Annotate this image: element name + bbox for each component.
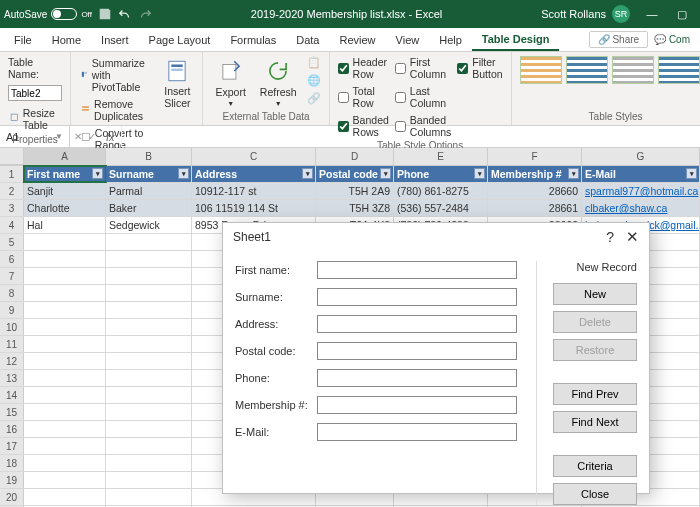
col-header[interactable]: F bbox=[488, 148, 582, 165]
row-header[interactable]: 18 bbox=[0, 455, 24, 471]
tablename-field[interactable] bbox=[8, 85, 62, 101]
tab-table-design[interactable]: Table Design bbox=[472, 29, 560, 51]
cell[interactable] bbox=[106, 336, 192, 352]
cell[interactable] bbox=[24, 302, 106, 318]
row-header[interactable]: 19 bbox=[0, 472, 24, 488]
col-header[interactable]: B bbox=[106, 148, 192, 165]
row-header[interactable]: 11 bbox=[0, 336, 24, 352]
autosave-toggle[interactable]: AutoSave Off bbox=[4, 8, 92, 20]
tab-page-layout[interactable]: Page Layout bbox=[139, 30, 221, 50]
surname-field[interactable] bbox=[317, 288, 517, 306]
delete-button[interactable]: Delete bbox=[553, 311, 637, 333]
email-link[interactable]: clbaker@shaw.ca bbox=[585, 202, 667, 214]
tab-home[interactable]: Home bbox=[42, 30, 91, 50]
cell[interactable] bbox=[106, 353, 192, 369]
row-header[interactable]: 5 bbox=[0, 234, 24, 250]
style-preset[interactable] bbox=[520, 56, 562, 84]
cell[interactable]: Membership #▾ bbox=[488, 166, 582, 182]
tab-file[interactable]: File bbox=[4, 30, 42, 50]
cell[interactable] bbox=[106, 387, 192, 403]
cell[interactable] bbox=[24, 251, 106, 267]
cell[interactable]: 10912-117 st bbox=[192, 183, 316, 199]
row-header[interactable]: 20 bbox=[0, 489, 24, 505]
cell[interactable]: First name▾ bbox=[24, 166, 106, 182]
row-header[interactable]: 7 bbox=[0, 268, 24, 284]
insert-slicer-button[interactable]: Insert Slicer bbox=[160, 56, 194, 111]
cell[interactable]: Phone▾ bbox=[394, 166, 488, 182]
cell[interactable]: E-Mail▾ bbox=[582, 166, 700, 182]
cell[interactable]: T5H 3Z8 bbox=[316, 200, 394, 216]
row-header[interactable]: 13 bbox=[0, 370, 24, 386]
col-header[interactable]: D bbox=[316, 148, 394, 165]
redo-icon[interactable] bbox=[138, 7, 152, 21]
cell[interactable]: Charlotte bbox=[24, 200, 106, 216]
cell[interactable] bbox=[24, 353, 106, 369]
row-header[interactable]: 17 bbox=[0, 438, 24, 454]
row-header[interactable]: 14 bbox=[0, 387, 24, 403]
account-area[interactable]: Scott Rollans SR bbox=[541, 5, 630, 23]
tab-insert[interactable]: Insert bbox=[91, 30, 139, 50]
filter-icon[interactable]: ▾ bbox=[178, 168, 189, 179]
filter-icon[interactable]: ▾ bbox=[474, 168, 485, 179]
name-box[interactable]: A1▼ bbox=[0, 126, 70, 147]
cell[interactable] bbox=[24, 455, 106, 471]
undo-icon[interactable] bbox=[118, 7, 132, 21]
total-row-check[interactable]: Total Row bbox=[338, 85, 389, 109]
tab-view[interactable]: View bbox=[386, 30, 430, 50]
cancel-icon[interactable]: ✕ bbox=[74, 131, 82, 142]
cell[interactable]: T5H 2A9 bbox=[316, 183, 394, 199]
cell[interactable]: 28660 bbox=[488, 183, 582, 199]
cell[interactable] bbox=[24, 285, 106, 301]
cell[interactable]: 28661 bbox=[488, 200, 582, 216]
cell[interactable]: Address▾ bbox=[192, 166, 316, 182]
toggle-off-icon[interactable] bbox=[51, 8, 77, 20]
cell[interactable] bbox=[106, 302, 192, 318]
cell[interactable] bbox=[106, 404, 192, 420]
last-col-check[interactable]: Last Column bbox=[395, 85, 451, 109]
formula-input[interactable] bbox=[121, 126, 700, 147]
cell[interactable] bbox=[106, 421, 192, 437]
cell[interactable] bbox=[106, 489, 192, 505]
cell[interactable]: (536) 557-2484 bbox=[394, 200, 488, 216]
cell[interactable] bbox=[106, 438, 192, 454]
cell[interactable] bbox=[24, 319, 106, 335]
criteria-button[interactable]: Criteria bbox=[553, 455, 637, 477]
cell[interactable] bbox=[24, 370, 106, 386]
style-preset[interactable] bbox=[566, 56, 608, 84]
cell[interactable] bbox=[106, 319, 192, 335]
minimize-icon[interactable]: — bbox=[638, 8, 666, 21]
new-button[interactable]: New bbox=[553, 283, 637, 305]
email-field[interactable] bbox=[317, 423, 517, 441]
cell[interactable]: Surname▾ bbox=[106, 166, 192, 182]
filter-button-check[interactable]: Filter Button bbox=[457, 56, 502, 80]
cell[interactable]: sparmal977@hotmail.ca bbox=[582, 183, 700, 199]
style-preset[interactable] bbox=[612, 56, 654, 84]
cell[interactable]: Baker bbox=[106, 200, 192, 216]
share-button[interactable]: 🔗 Share bbox=[589, 31, 648, 48]
tab-review[interactable]: Review bbox=[329, 30, 385, 50]
cell[interactable]: Postal code▾ bbox=[316, 166, 394, 182]
find-prev-button[interactable]: Find Prev bbox=[553, 383, 637, 405]
cell[interactable] bbox=[106, 234, 192, 250]
maximize-icon[interactable]: ▢ bbox=[668, 8, 696, 21]
comments-button[interactable]: 💬 Com bbox=[648, 32, 696, 47]
find-next-button[interactable]: Find Next bbox=[553, 411, 637, 433]
refresh-button[interactable]: Refresh▼ bbox=[256, 56, 301, 109]
chevron-down-icon[interactable]: ▼ bbox=[55, 132, 63, 141]
cell[interactable] bbox=[24, 421, 106, 437]
cell[interactable] bbox=[24, 489, 106, 505]
tab-data[interactable]: Data bbox=[286, 30, 329, 50]
row-header[interactable]: 2 bbox=[0, 183, 24, 199]
col-header[interactable]: C bbox=[192, 148, 316, 165]
postal-field[interactable] bbox=[317, 342, 517, 360]
close-icon[interactable]: ✕ bbox=[626, 228, 639, 246]
row-header[interactable]: 9 bbox=[0, 302, 24, 318]
restore-button[interactable]: Restore bbox=[553, 339, 637, 361]
tab-help[interactable]: Help bbox=[429, 30, 472, 50]
membership-field[interactable] bbox=[317, 396, 517, 414]
filter-icon[interactable]: ▾ bbox=[92, 168, 103, 179]
first-name-field[interactable] bbox=[317, 261, 517, 279]
cell[interactable] bbox=[106, 268, 192, 284]
cell[interactable] bbox=[106, 285, 192, 301]
cell[interactable] bbox=[24, 438, 106, 454]
